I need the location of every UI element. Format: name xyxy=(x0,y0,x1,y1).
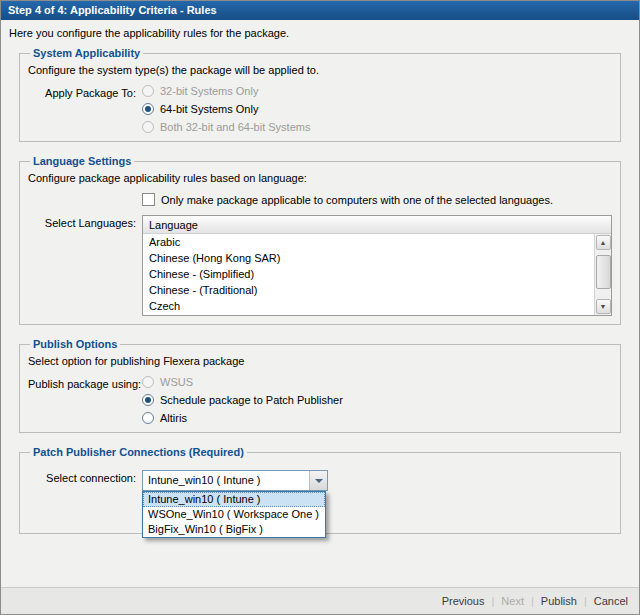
language-filter-checkbox[interactable] xyxy=(142,193,155,206)
cancel-button[interactable]: Cancel xyxy=(594,595,628,607)
dropdown-item-intune[interactable]: Intune_win10 ( Intune ) xyxy=(143,492,325,507)
list-item-language[interactable]: Chinese (Hong Kong SAR) xyxy=(143,250,611,266)
publish-options-description: Select option for publishing Flexera pac… xyxy=(28,355,612,367)
radio-32bit-icon xyxy=(142,85,154,97)
language-listbox[interactable]: Language Arabic Chinese (Hong Kong SAR) … xyxy=(142,215,612,316)
list-item-language[interactable]: Arabic xyxy=(143,234,611,250)
language-filter-checkbox-row[interactable]: Only make package applicable to computer… xyxy=(142,193,612,206)
radio-altiris[interactable]: Altiris xyxy=(142,412,343,424)
next-button: Next xyxy=(501,595,524,607)
radio-both-icon xyxy=(142,121,154,133)
system-type-radio-group: 32-bit Systems Only 64-bit Systems Only … xyxy=(142,85,310,133)
scroll-up-icon[interactable]: ▲ xyxy=(596,235,611,250)
radio-patch-publisher-icon[interactable] xyxy=(142,394,154,406)
language-settings-group: Language Settings Configure package appl… xyxy=(19,155,621,325)
list-item-language[interactable]: Chinese - (Traditional) xyxy=(143,282,611,298)
dialog-title: Step 4 of 4: Applicability Criteria - Ru… xyxy=(1,1,639,20)
system-applicability-group: System Applicability Configure the syste… xyxy=(19,47,621,142)
dropdown-item-wsone[interactable]: WSOne_Win10 ( Workspace One ) xyxy=(143,507,325,522)
footer-separator: | xyxy=(491,595,494,607)
radio-64bit-label[interactable]: 64-bit Systems Only xyxy=(160,103,258,115)
radio-wsus-icon xyxy=(142,376,154,388)
chevron-down-icon xyxy=(315,479,323,483)
connection-select-dropdown-button[interactable] xyxy=(309,471,327,490)
wizard-dialog: Step 4 of 4: Applicability Criteria - Ru… xyxy=(0,0,640,615)
publish-button[interactable]: Publish xyxy=(541,595,577,607)
language-column-header: Language xyxy=(143,216,611,234)
scrollbar-track[interactable] xyxy=(596,251,611,299)
patch-publisher-connections-group: Patch Publisher Connections (Required) S… xyxy=(19,446,621,534)
radio-patch-publisher[interactable]: Schedule package to Patch Publisher xyxy=(142,394,343,406)
list-item-language[interactable]: Danish xyxy=(143,314,611,316)
system-applicability-description: Configure the system type(s) the package… xyxy=(28,64,612,76)
system-applicability-legend: System Applicability xyxy=(30,47,143,59)
footer-separator: | xyxy=(531,595,534,607)
connection-select[interactable]: Intune_win10 ( Intune ) xyxy=(142,470,328,491)
scroll-down-icon[interactable]: ▼ xyxy=(596,299,611,314)
publish-package-using-label: Publish package using: xyxy=(28,376,136,390)
radio-altiris-icon[interactable] xyxy=(142,412,154,424)
radio-both-label: Both 32-bit and 64-bit Systems xyxy=(160,121,310,133)
connection-dropdown-list: Intune_win10 ( Intune ) WSOne_Win10 ( Wo… xyxy=(142,491,326,538)
language-settings-description: Configure package applicability rules ba… xyxy=(28,172,612,184)
apply-package-to-label: Apply Package To: xyxy=(28,85,136,99)
language-settings-legend: Language Settings xyxy=(30,155,134,167)
radio-64bit-systems-only[interactable]: 64-bit Systems Only xyxy=(142,103,310,115)
radio-wsus-label: WSUS xyxy=(160,376,193,388)
language-filter-checkbox-label[interactable]: Only make package applicable to computer… xyxy=(161,194,553,206)
select-connection-label: Select connection: xyxy=(28,470,136,484)
radio-64bit-icon[interactable] xyxy=(142,103,154,115)
dialog-subtitle: Here you configure the applicability rul… xyxy=(1,20,639,45)
radio-32bit-systems-only: 32-bit Systems Only xyxy=(142,85,310,97)
list-item-language[interactable]: Chinese - (Simplified) xyxy=(143,266,611,282)
publish-options-legend: Publish Options xyxy=(30,338,120,350)
scrollbar-thumb[interactable] xyxy=(596,255,611,289)
footer-bar: Previous | Next | Publish | Cancel xyxy=(1,587,639,614)
dropdown-item-bigfix[interactable]: BigFix_Win10 ( BigFix ) xyxy=(143,522,325,537)
publish-options-group: Publish Options Select option for publis… xyxy=(19,338,621,433)
publish-method-radio-group: WSUS Schedule package to Patch Publisher… xyxy=(142,376,343,424)
radio-32bit-label: 32-bit Systems Only xyxy=(160,85,258,97)
language-list: Arabic Chinese (Hong Kong SAR) Chinese -… xyxy=(143,234,611,316)
list-item-language[interactable]: Czech xyxy=(143,298,611,314)
connection-select-value[interactable]: Intune_win10 ( Intune ) xyxy=(143,471,309,490)
radio-patch-publisher-label[interactable]: Schedule package to Patch Publisher xyxy=(160,394,343,406)
patch-publisher-connections-legend: Patch Publisher Connections (Required) xyxy=(30,446,247,458)
radio-wsus: WSUS xyxy=(142,376,343,388)
radio-altiris-label[interactable]: Altiris xyxy=(160,412,187,424)
language-list-scrollbar[interactable]: ▲ ▼ xyxy=(594,234,611,315)
footer-separator: | xyxy=(584,595,587,607)
radio-both-32-64bit-systems: Both 32-bit and 64-bit Systems xyxy=(142,121,310,133)
select-languages-label: Select Languages: xyxy=(28,215,136,229)
previous-button[interactable]: Previous xyxy=(442,595,485,607)
